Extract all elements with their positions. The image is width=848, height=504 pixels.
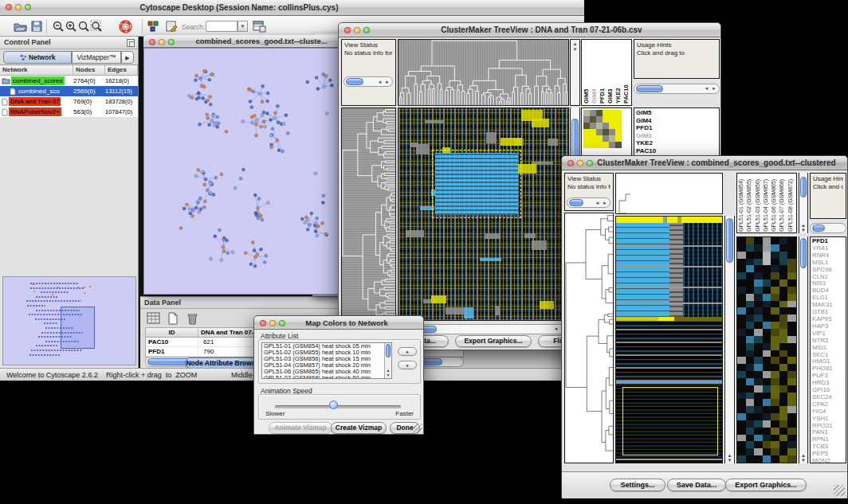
node-attribute-browser-button[interactable]: Node Attribute Browser bbox=[185, 357, 263, 369]
heatmap-cell[interactable] bbox=[754, 441, 763, 448]
corr-cell[interactable] bbox=[596, 135, 603, 142]
heatmap-cell[interactable] bbox=[787, 435, 796, 442]
column-label[interactable]: PAC10 bbox=[622, 41, 630, 104]
move-up-button[interactable]: ∧ bbox=[398, 347, 417, 356]
heatmap-cell[interactable] bbox=[779, 357, 788, 364]
heatmap-vscrollbar[interactable]: ▲▼ bbox=[724, 216, 735, 463]
close-button[interactable] bbox=[6, 4, 12, 10]
heatmap-cell[interactable] bbox=[771, 294, 779, 301]
heatmap-cell[interactable] bbox=[754, 357, 763, 364]
heatmap-cell[interactable] bbox=[779, 399, 788, 406]
view-status-hscrollbar[interactable]: ◄ ► bbox=[567, 197, 610, 208]
heatmap-cell[interactable] bbox=[746, 237, 755, 244]
heatmap-cell[interactable] bbox=[737, 343, 746, 350]
heatmap-cell[interactable] bbox=[779, 279, 788, 287]
heatmap-cell[interactable] bbox=[779, 385, 788, 393]
heatmap-cell[interactable] bbox=[754, 322, 763, 329]
top-dendrogram-panel[interactable] bbox=[398, 39, 569, 106]
heatmap-cell[interactable] bbox=[787, 448, 796, 455]
corr-cell[interactable] bbox=[609, 129, 615, 135]
heatmap-cell[interactable] bbox=[787, 252, 796, 259]
attribute-item[interactable]: GPL51-07 (GSM868) heat shock 60 min bbox=[262, 375, 391, 379]
corr-cell[interactable] bbox=[583, 129, 590, 135]
heatmap-cell[interactable] bbox=[779, 252, 788, 259]
corr-cell[interactable] bbox=[596, 142, 603, 148]
heatmap-cell[interactable] bbox=[787, 336, 796, 343]
heatmap-cell[interactable] bbox=[787, 244, 796, 252]
heatmap-cell[interactable] bbox=[737, 420, 746, 428]
settings-button[interactable]: Settings... bbox=[610, 479, 665, 491]
corr-cell[interactable] bbox=[615, 110, 622, 116]
heatmap-cell[interactable] bbox=[787, 441, 796, 448]
delete-attribute-icon[interactable] bbox=[186, 312, 201, 326]
corr-cell[interactable] bbox=[603, 123, 609, 129]
gene-row[interactable]: PAC10 bbox=[634, 147, 719, 155]
heatmap-cell[interactable] bbox=[754, 279, 763, 287]
heatmap-cell[interactable] bbox=[771, 371, 779, 378]
heatmap-cell[interactable] bbox=[763, 252, 771, 259]
heatmap-cell[interactable] bbox=[737, 279, 746, 287]
heatmap-cell[interactable] bbox=[737, 301, 746, 308]
column-label[interactable]: GPL51-06 (GSM865) bbox=[771, 174, 779, 232]
column-nodes[interactable]: Nodes bbox=[73, 65, 105, 75]
heatmap-cell[interactable] bbox=[746, 259, 755, 266]
corr-cell[interactable] bbox=[603, 110, 609, 116]
heatmap-cell[interactable] bbox=[771, 350, 779, 357]
heatmap-cell[interactable] bbox=[787, 301, 796, 308]
heatmap-cell[interactable] bbox=[737, 244, 746, 252]
move-down-button[interactable]: ∨ bbox=[398, 361, 417, 369]
heatmap-cell[interactable] bbox=[754, 301, 763, 308]
heatmap-cell[interactable] bbox=[787, 287, 796, 294]
speed-slider-thumb[interactable] bbox=[329, 400, 338, 409]
corr-cell[interactable] bbox=[615, 142, 622, 148]
heatmap-cell[interactable] bbox=[754, 252, 763, 259]
heatmap-cell[interactable] bbox=[779, 441, 788, 448]
corr-cell[interactable] bbox=[583, 123, 590, 129]
column-label[interactable]: GPL51-02 (GSM855) bbox=[746, 174, 754, 232]
network-canvas[interactable] bbox=[143, 48, 343, 295]
heatmap-cell[interactable] bbox=[746, 435, 755, 442]
heatmap-cell[interactable] bbox=[737, 399, 746, 406]
heatmap-cell[interactable] bbox=[763, 343, 771, 350]
heatmap-cell[interactable] bbox=[779, 413, 788, 420]
heatmap-cell[interactable] bbox=[746, 301, 755, 308]
network-tree-row[interactable]: RNAPuberNov2+ 563(0) 107847(0) bbox=[0, 107, 138, 117]
attribute-table-icon[interactable] bbox=[147, 312, 161, 326]
heatmap-cell[interactable] bbox=[737, 378, 746, 385]
heatmap-cell[interactable] bbox=[771, 265, 779, 272]
heatmap-cell[interactable] bbox=[771, 420, 779, 428]
treeview2-titlebar[interactable]: ClusterMaker TreeView : combined_scores_… bbox=[562, 156, 847, 170]
heatmap-cell[interactable] bbox=[746, 279, 755, 287]
heatmap-cell[interactable] bbox=[737, 428, 746, 435]
export-graphics-button[interactable]: Export Graphics... bbox=[725, 479, 807, 491]
close-button[interactable] bbox=[344, 27, 351, 33]
export-graphics-button[interactable]: Export Graphics... bbox=[455, 335, 532, 347]
create-vizmapbutton[interactable]: Create Vizmap bbox=[331, 422, 387, 434]
network-window-titlebar[interactable]: combined_scores_good.txt--cluste... bbox=[143, 35, 343, 48]
heatmap-cell[interactable] bbox=[779, 336, 788, 343]
heatmap-cell[interactable] bbox=[787, 322, 796, 329]
heatmap-cell[interactable] bbox=[737, 315, 746, 322]
heatmap-cell[interactable] bbox=[737, 455, 746, 463]
heatmap-cell[interactable] bbox=[771, 237, 779, 244]
heatmap-cell[interactable] bbox=[771, 441, 779, 448]
attribute-list-vscrollbar[interactable]: ▲▼ bbox=[384, 343, 391, 378]
heatmap-cell[interactable] bbox=[779, 329, 788, 336]
heatmap-cell[interactable] bbox=[771, 357, 779, 364]
zoom-button[interactable] bbox=[587, 160, 593, 166]
heatmap-cell[interactable] bbox=[754, 237, 763, 244]
heatmap-cell[interactable] bbox=[746, 448, 755, 455]
heatmap-cell[interactable] bbox=[754, 455, 763, 463]
heatmap-cell[interactable] bbox=[779, 272, 788, 279]
heatmap-cell[interactable] bbox=[787, 393, 796, 400]
heatmap-cell[interactable] bbox=[779, 294, 788, 301]
treeview1-titlebar[interactable]: ClusterMaker TreeView : DNA and Tran 07-… bbox=[339, 23, 720, 37]
heatmap-cell[interactable] bbox=[787, 265, 796, 272]
heatmap-cell[interactable] bbox=[737, 329, 746, 336]
heatmap-cell[interactable] bbox=[754, 413, 763, 420]
heatmap-cell[interactable] bbox=[746, 378, 755, 385]
corr-cell[interactable] bbox=[583, 110, 590, 116]
column-id[interactable]: ID bbox=[146, 328, 198, 337]
heatmap-cell[interactable] bbox=[754, 307, 763, 315]
minimize-button[interactable] bbox=[577, 160, 583, 166]
